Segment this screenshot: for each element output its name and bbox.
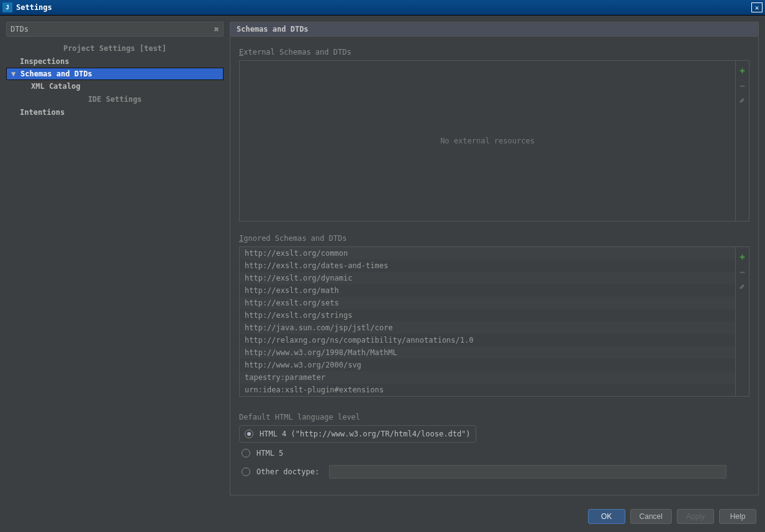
default-html-radio-group: HTML 4 ("http://www.w3.org/TR/html4/loos…	[239, 425, 749, 482]
sidebar-item-schemas[interactable]: ▼Schemas and DTDs	[6, 68, 224, 80]
dialog-footer: OK Cancel Apply Help	[0, 502, 765, 531]
settings-tree: Project Settings [test] Inspections ▼Sch…	[6, 42, 224, 495]
main-header: Schemas and DTDs	[230, 22, 759, 37]
external-add-icon[interactable]: +	[740, 66, 745, 76]
ignored-edit-icon[interactable]	[739, 282, 746, 292]
radio-html5-label: HTML 5	[256, 449, 283, 458]
sidebar-item-intentions[interactable]: Intentions	[6, 106, 224, 119]
ignored-remove-icon[interactable]: −	[740, 267, 745, 277]
external-schemas-panel: No external resources + −	[239, 60, 749, 222]
ignored-list-item[interactable]: http://exslt.org/dynamic	[240, 272, 735, 284]
close-icon[interactable]: ✕	[751, 2, 763, 12]
apply-button[interactable]: Apply	[677, 509, 714, 524]
ignored-list-item[interactable]: http://relaxng.org/ns/compatibility/anno…	[240, 334, 735, 346]
ignored-list-item[interactable]: tapestry:parameter	[240, 371, 735, 384]
ignored-schemas-list[interactable]: http://exslt.org/commonhttp://exslt.org/…	[240, 247, 735, 396]
search-input[interactable]	[11, 25, 214, 34]
title-bar: J Settings ✕	[0, 0, 765, 16]
ignored-list-item[interactable]: http://exslt.org/dates-and-times	[240, 259, 735, 272]
ignored-list-item[interactable]: http://www.w3.org/1998/Math/MathML	[240, 346, 735, 359]
app-icon: J	[2, 2, 12, 12]
other-doctype-input[interactable]	[329, 465, 727, 479]
sidebar-item-label: Schemas and DTDs	[20, 70, 93, 78]
search-field-wrapper: ✖	[6, 22, 224, 37]
ignored-list-item[interactable]: http://exslt.org/strings	[240, 309, 735, 322]
radio-other[interactable]	[242, 467, 250, 476]
radio-row-html4[interactable]: HTML 4 ("http://www.w3.org/TR/html4/loos…	[239, 425, 476, 443]
external-schemas-list[interactable]: No external resources	[240, 61, 735, 221]
external-empty-text: No external resources	[240, 61, 735, 221]
sidebar-item-xml-catalog[interactable]: XML Catalog	[6, 80, 224, 92]
cancel-button[interactable]: Cancel	[630, 509, 672, 524]
radio-row-other[interactable]: Other doctype:	[239, 461, 749, 482]
help-button[interactable]: Help	[719, 509, 756, 524]
ignored-add-icon[interactable]: +	[740, 252, 745, 262]
ok-button[interactable]: OK	[588, 509, 625, 524]
external-remove-icon[interactable]: −	[740, 81, 745, 91]
ignored-list-item[interactable]: http://java.sun.com/jsp/jstl/core	[240, 322, 735, 334]
external-edit-icon[interactable]	[739, 96, 746, 106]
window-title: Settings	[16, 3, 52, 12]
radio-html5[interactable]	[242, 449, 250, 458]
radio-other-label: Other doctype:	[256, 467, 319, 476]
ignored-schemas-label: Ignored Schemas and DTDs	[239, 234, 749, 243]
radio-html4[interactable]	[245, 430, 253, 438]
radio-html4-label: HTML 4 ("http://www.w3.org/TR/html4/loos…	[260, 430, 471, 438]
expand-caret-icon[interactable]: ▼	[11, 70, 17, 78]
radio-row-html5[interactable]: HTML 5	[239, 445, 749, 461]
default-html-label: Default HTML language level	[239, 413, 749, 422]
ignored-schemas-panel: http://exslt.org/commonhttp://exslt.org/…	[239, 246, 749, 397]
main-panel: Schemas and DTDs External Schemas and DT…	[230, 22, 759, 495]
external-schemas-label: External Schemas and DTDs	[239, 48, 749, 56]
project-settings-section: Project Settings [test]	[6, 42, 224, 55]
ide-settings-section: IDE Settings	[6, 92, 224, 106]
ignored-list-item[interactable]: urn:idea:xslt-plugin#extensions	[240, 384, 735, 396]
ignored-list-item[interactable]: http://www.w3.org/2000/svg	[240, 359, 735, 371]
settings-sidebar: ✖ Project Settings [test] Inspections ▼S…	[6, 22, 224, 495]
ignored-list-item[interactable]: http://exslt.org/sets	[240, 297, 735, 309]
ignored-list-item[interactable]: http://exslt.org/math	[240, 284, 735, 297]
ignored-list-item[interactable]: http://exslt.org/common	[240, 247, 735, 259]
clear-search-icon[interactable]: ✖	[214, 24, 219, 34]
sidebar-item-inspections[interactable]: Inspections	[6, 55, 224, 68]
